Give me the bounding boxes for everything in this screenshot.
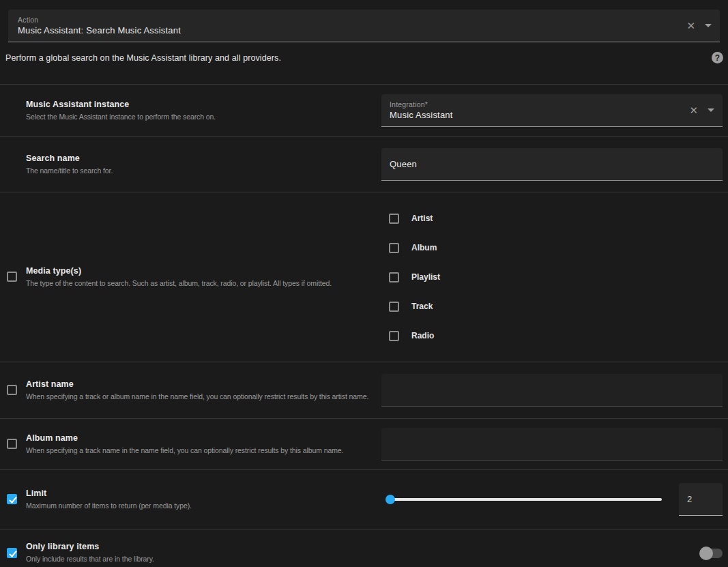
action-description: Perform a global search on the Music Ass… bbox=[5, 53, 281, 63]
radio-option-label: Radio bbox=[411, 331, 434, 340]
limit-description: Maximum number of items to return (per m… bbox=[26, 501, 192, 510]
media-types-checkbox[interactable] bbox=[7, 272, 17, 282]
album-name-title: Album name bbox=[26, 433, 343, 443]
row-instance: Music Assistant instance Select the Musi… bbox=[0, 85, 728, 137]
limit-title: Limit bbox=[26, 489, 192, 498]
artist-checkbox[interactable] bbox=[389, 214, 399, 224]
option-playlist[interactable]: Playlist bbox=[389, 263, 440, 292]
album-name-checkbox[interactable] bbox=[7, 439, 17, 449]
artist-name-title: Artist name bbox=[26, 379, 368, 389]
track-option-label: Track bbox=[411, 302, 433, 311]
toggle-knob bbox=[699, 547, 713, 560]
limit-checkbox[interactable] bbox=[7, 494, 17, 504]
instance-title: Music Assistant instance bbox=[26, 100, 216, 109]
action-caret-down-icon[interactable] bbox=[705, 24, 712, 27]
integration-clear-icon[interactable]: ✕ bbox=[685, 104, 702, 117]
limit-slider-thumb[interactable] bbox=[385, 495, 395, 504]
integration-select[interactable]: Integration* Music Assistant ✕ bbox=[381, 94, 723, 127]
only-library-toggle[interactable] bbox=[699, 547, 723, 560]
album-checkbox[interactable] bbox=[389, 243, 399, 253]
row-album-name: Album name When specifying a track name … bbox=[0, 419, 728, 470]
only-library-title: Only library items bbox=[26, 542, 154, 551]
action-clear-icon[interactable]: ✕ bbox=[682, 19, 699, 32]
limit-number-value: 2 bbox=[687, 494, 692, 504]
search-name-value: Queen bbox=[390, 159, 417, 169]
media-types-description: The type of the content to search. Such … bbox=[26, 278, 332, 288]
track-checkbox[interactable] bbox=[389, 302, 399, 312]
action-select-label: Action bbox=[18, 16, 682, 24]
limit-number-input[interactable]: 2 bbox=[679, 483, 723, 516]
option-album[interactable]: Album bbox=[389, 233, 440, 263]
help-icon[interactable]: ? bbox=[712, 52, 723, 63]
artist-name-input[interactable] bbox=[381, 374, 723, 407]
action-select[interactable]: Action Music Assistant: Search Music Ass… bbox=[8, 10, 720, 42]
row-media-types: Media type(s) The type of the content to… bbox=[0, 192, 728, 362]
media-types-title: Media type(s) bbox=[26, 266, 332, 276]
only-library-description: Only include results that are in the lib… bbox=[26, 554, 154, 564]
integration-caret-down-icon[interactable] bbox=[708, 108, 714, 112]
row-artist-name: Artist name When specifying a track or a… bbox=[0, 362, 728, 419]
media-type-options: Artist Album Playlist Track Radio bbox=[389, 204, 440, 351]
option-artist[interactable]: Artist bbox=[389, 204, 440, 233]
instance-description: Select the Music Assistant instance to p… bbox=[26, 112, 216, 121]
radio-checkbox[interactable] bbox=[389, 331, 399, 341]
search-name-title: Search name bbox=[26, 154, 113, 163]
integration-select-label: Integration* bbox=[390, 100, 685, 108]
playlist-option-label: Playlist bbox=[411, 272, 440, 282]
action-config-panel: Action Music Assistant: Search Music Ass… bbox=[0, 0, 728, 567]
option-track[interactable]: Track bbox=[389, 292, 440, 321]
option-radio[interactable]: Radio bbox=[389, 321, 440, 351]
limit-slider[interactable] bbox=[385, 495, 662, 504]
row-limit: Limit Maximum number of items to return … bbox=[0, 470, 728, 529]
artist-option-label: Artist bbox=[411, 214, 433, 223]
limit-slider-track[interactable] bbox=[390, 498, 662, 501]
album-option-label: Album bbox=[411, 243, 437, 252]
action-select-value: Music Assistant: Search Music Assistant bbox=[18, 25, 682, 35]
artist-name-checkbox[interactable] bbox=[7, 385, 17, 395]
artist-name-description: When specifying a track or album name in… bbox=[26, 392, 368, 401]
integration-select-value: Music Assistant bbox=[390, 110, 685, 120]
album-name-description: When specifying a track name in the name… bbox=[26, 446, 343, 455]
playlist-checkbox[interactable] bbox=[389, 272, 399, 282]
album-name-input[interactable] bbox=[381, 428, 723, 461]
search-name-input[interactable]: Queen bbox=[381, 148, 723, 181]
row-search-name: Search name The name/title to search for… bbox=[0, 137, 728, 192]
row-only-library: Only library items Only include results … bbox=[0, 529, 728, 567]
action-header: Action Music Assistant: Search Music Ass… bbox=[0, 10, 728, 85]
only-library-checkbox[interactable] bbox=[7, 548, 17, 558]
search-name-description: The name/title to search for. bbox=[26, 166, 113, 175]
